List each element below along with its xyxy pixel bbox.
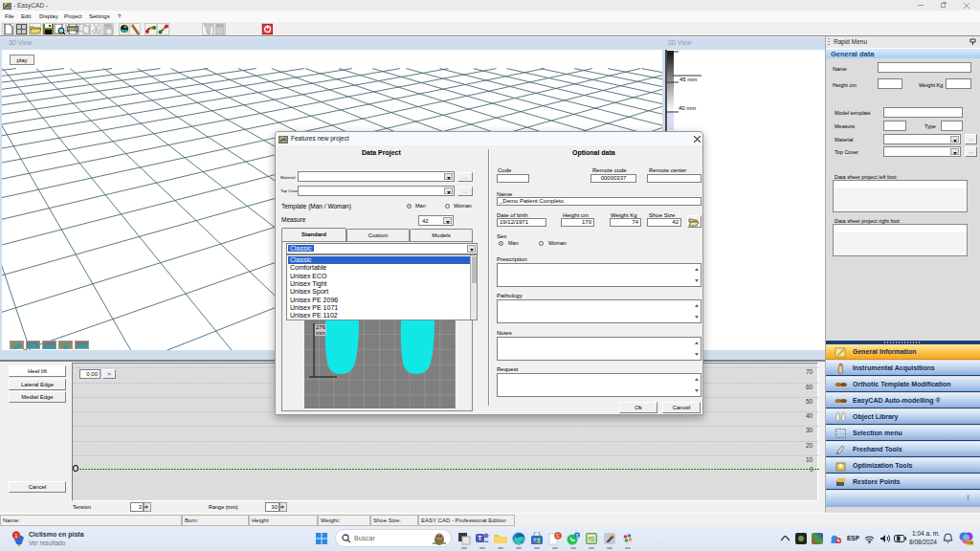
svg-text:C: C xyxy=(556,533,560,539)
svg-text:PRE: PRE xyxy=(967,541,973,545)
svg-text:T: T xyxy=(478,535,482,541)
svg-text:fS: fS xyxy=(589,536,595,542)
